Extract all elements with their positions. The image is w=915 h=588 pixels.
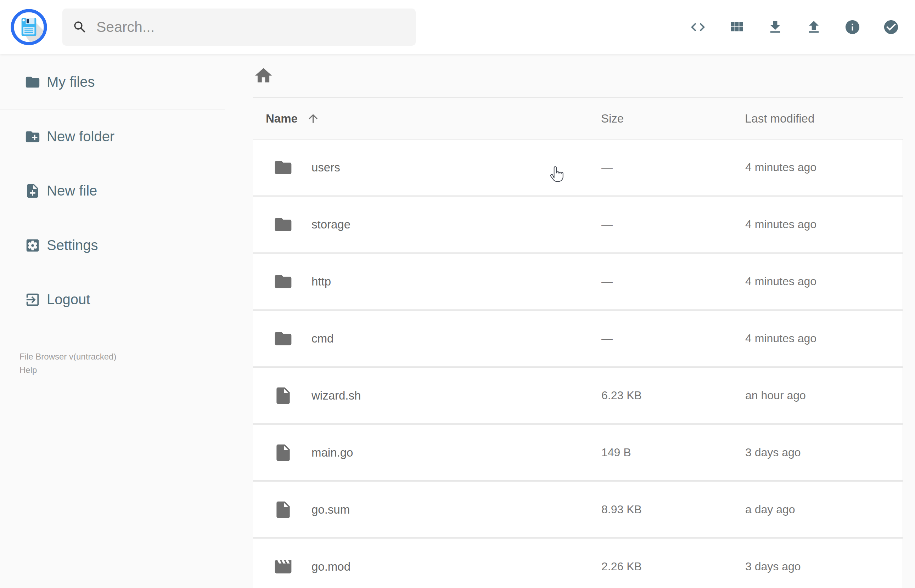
row-modified: a day ago	[745, 503, 903, 516]
row-modified: 4 minutes ago	[745, 275, 903, 288]
table-row[interactable]: main.go 149 B 3 days ago	[253, 424, 903, 481]
sidebar-item-settings[interactable]: Settings	[0, 218, 225, 272]
row-modified: an hour ago	[745, 389, 903, 402]
row-size: —	[601, 275, 745, 288]
folder-icon	[24, 74, 41, 90]
file-icon	[273, 386, 293, 405]
folder-icon	[273, 272, 293, 292]
table-row[interactable]: wizard.sh 6.23 KB an hour ago	[253, 367, 903, 424]
row-modified: 4 minutes ago	[745, 332, 903, 345]
download-icon[interactable]	[767, 19, 784, 36]
column-header-size[interactable]: Size	[601, 112, 745, 125]
table-row[interactable]: http — 4 minutes ago	[253, 253, 903, 310]
upload-icon[interactable]	[805, 19, 822, 36]
row-modified: 4 minutes ago	[745, 161, 903, 174]
row-modified: 3 days ago	[745, 446, 903, 459]
search-bar[interactable]	[62, 8, 416, 46]
file-icon	[273, 443, 293, 463]
row-size: —	[601, 161, 745, 174]
row-name: storage	[312, 218, 351, 231]
folder-icon	[273, 329, 293, 349]
sidebar-item-label: Logout	[47, 292, 90, 307]
sidebar-footer: File Browser v(untracked) Help	[19, 350, 116, 377]
file-icon	[273, 500, 293, 520]
new-folder-icon	[24, 129, 41, 145]
listing-header: Name Size Last modified	[253, 98, 903, 139]
folder-icon	[273, 158, 293, 178]
sidebar: My files New folder New file Settings Lo…	[0, 54, 225, 588]
logout-icon	[24, 292, 41, 308]
row-name: main.go	[312, 446, 353, 459]
listing: Name Size Last modified users — 4 minute…	[253, 98, 903, 588]
row-modified: 4 minutes ago	[745, 218, 903, 231]
folder-icon	[273, 215, 293, 234]
row-name: users	[312, 161, 340, 174]
sidebar-item-new-folder[interactable]: New folder	[0, 110, 225, 164]
sidebar-item-my-files[interactable]: My files	[0, 55, 225, 109]
floppy-disk-logo[interactable]	[11, 9, 47, 45]
sidebar-item-new-file[interactable]: New file	[0, 164, 225, 218]
sidebar-item-logout[interactable]: Logout	[0, 272, 225, 326]
row-modified: 3 days ago	[745, 560, 903, 573]
new-file-icon	[24, 183, 41, 199]
row-size: 149 B	[601, 446, 745, 459]
info-icon[interactable]	[844, 19, 861, 36]
row-name: wizard.sh	[312, 389, 361, 402]
table-row[interactable]: cmd — 4 minutes ago	[253, 310, 903, 367]
search-icon	[72, 19, 87, 35]
check-circle-icon[interactable]	[883, 19, 899, 36]
movie-icon	[273, 557, 293, 577]
row-size: —	[601, 332, 745, 345]
sidebar-item-label: My files	[47, 74, 95, 90]
code-icon[interactable]	[690, 19, 706, 36]
row-name: cmd	[312, 332, 333, 346]
row-name: http	[312, 275, 331, 288]
toolbar	[690, 19, 899, 36]
home-icon[interactable]	[253, 66, 273, 86]
search-input[interactable]	[96, 19, 406, 36]
sidebar-item-label: New folder	[47, 129, 115, 145]
table-row[interactable]: go.sum 8.93 KB a day ago	[253, 481, 903, 538]
row-name: go.sum	[312, 503, 350, 517]
top-bar	[0, 0, 915, 54]
app-version-text: File Browser v(untracked)	[19, 350, 116, 363]
row-size: 8.93 KB	[601, 503, 745, 516]
help-link[interactable]: Help	[19, 363, 116, 377]
table-row[interactable]: go.mod 2.26 KB 3 days ago	[253, 538, 903, 588]
row-size: 2.26 KB	[601, 560, 745, 573]
column-header-modified[interactable]: Last modified	[745, 112, 903, 125]
settings-icon	[24, 237, 41, 254]
breadcrumb	[253, 54, 903, 98]
sidebar-item-label: New file	[47, 183, 97, 199]
table-row[interactable]: users — 4 minutes ago	[253, 139, 903, 195]
row-name: go.mod	[312, 560, 351, 573]
row-size: 6.23 KB	[601, 389, 745, 402]
file-listing-area: Name Size Last modified users — 4 minute…	[225, 54, 915, 588]
grid-view-icon[interactable]	[728, 19, 745, 36]
row-size: —	[601, 218, 745, 231]
table-row[interactable]: storage — 4 minutes ago	[253, 196, 903, 252]
sort-arrow-up-icon	[307, 112, 320, 125]
sidebar-item-label: Settings	[47, 237, 98, 253]
column-header-name[interactable]: Name	[253, 112, 601, 125]
